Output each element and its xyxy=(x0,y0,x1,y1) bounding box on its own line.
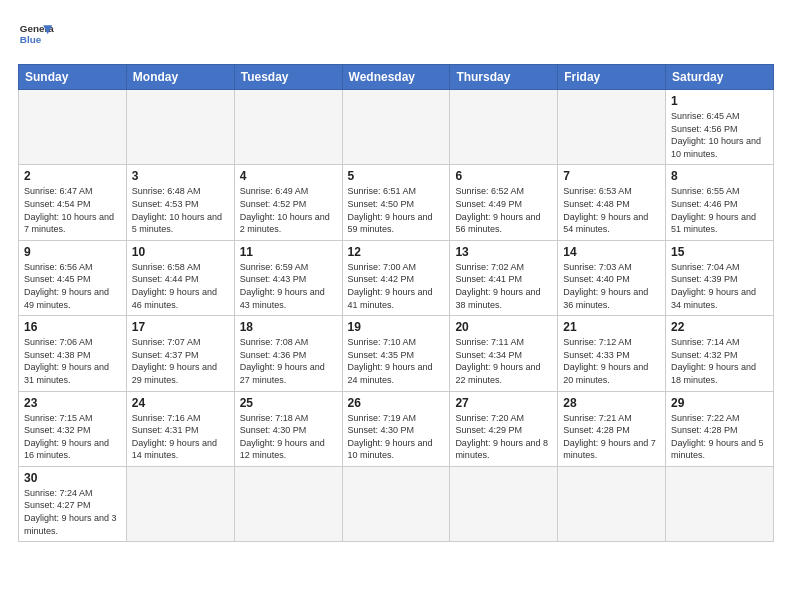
calendar-cell xyxy=(19,90,127,165)
day-info: Sunrise: 7:12 AM Sunset: 4:33 PM Dayligh… xyxy=(563,336,660,386)
calendar-week-row: 23Sunrise: 7:15 AM Sunset: 4:32 PM Dayli… xyxy=(19,391,774,466)
weekday-header-tuesday: Tuesday xyxy=(234,65,342,90)
calendar-body: 1Sunrise: 6:45 AM Sunset: 4:56 PM Daylig… xyxy=(19,90,774,542)
calendar-cell: 22Sunrise: 7:14 AM Sunset: 4:32 PM Dayli… xyxy=(666,316,774,391)
day-info: Sunrise: 6:45 AM Sunset: 4:56 PM Dayligh… xyxy=(671,110,768,160)
day-number: 22 xyxy=(671,320,768,334)
calendar-cell: 8Sunrise: 6:55 AM Sunset: 4:46 PM Daylig… xyxy=(666,165,774,240)
weekday-header-thursday: Thursday xyxy=(450,65,558,90)
day-number: 8 xyxy=(671,169,768,183)
calendar-cell xyxy=(450,466,558,541)
calendar-cell: 4Sunrise: 6:49 AM Sunset: 4:52 PM Daylig… xyxy=(234,165,342,240)
calendar-week-row: 16Sunrise: 7:06 AM Sunset: 4:38 PM Dayli… xyxy=(19,316,774,391)
calendar-cell: 25Sunrise: 7:18 AM Sunset: 4:30 PM Dayli… xyxy=(234,391,342,466)
calendar-cell: 30Sunrise: 7:24 AM Sunset: 4:27 PM Dayli… xyxy=(19,466,127,541)
calendar-cell: 28Sunrise: 7:21 AM Sunset: 4:28 PM Dayli… xyxy=(558,391,666,466)
day-number: 23 xyxy=(24,396,121,410)
calendar-week-row: 30Sunrise: 7:24 AM Sunset: 4:27 PM Dayli… xyxy=(19,466,774,541)
day-number: 16 xyxy=(24,320,121,334)
calendar-cell: 21Sunrise: 7:12 AM Sunset: 4:33 PM Dayli… xyxy=(558,316,666,391)
weekday-header-monday: Monday xyxy=(126,65,234,90)
day-number: 13 xyxy=(455,245,552,259)
day-info: Sunrise: 6:59 AM Sunset: 4:43 PM Dayligh… xyxy=(240,261,337,311)
calendar-cell xyxy=(666,466,774,541)
calendar-week-row: 1Sunrise: 6:45 AM Sunset: 4:56 PM Daylig… xyxy=(19,90,774,165)
day-info: Sunrise: 7:20 AM Sunset: 4:29 PM Dayligh… xyxy=(455,412,552,462)
calendar-cell: 23Sunrise: 7:15 AM Sunset: 4:32 PM Dayli… xyxy=(19,391,127,466)
calendar-week-row: 9Sunrise: 6:56 AM Sunset: 4:45 PM Daylig… xyxy=(19,240,774,315)
day-number: 6 xyxy=(455,169,552,183)
day-info: Sunrise: 6:55 AM Sunset: 4:46 PM Dayligh… xyxy=(671,185,768,235)
weekday-header-sunday: Sunday xyxy=(19,65,127,90)
calendar-cell: 12Sunrise: 7:00 AM Sunset: 4:42 PM Dayli… xyxy=(342,240,450,315)
day-info: Sunrise: 7:08 AM Sunset: 4:36 PM Dayligh… xyxy=(240,336,337,386)
calendar-cell: 29Sunrise: 7:22 AM Sunset: 4:28 PM Dayli… xyxy=(666,391,774,466)
day-number: 28 xyxy=(563,396,660,410)
day-info: Sunrise: 7:11 AM Sunset: 4:34 PM Dayligh… xyxy=(455,336,552,386)
calendar-cell: 5Sunrise: 6:51 AM Sunset: 4:50 PM Daylig… xyxy=(342,165,450,240)
day-info: Sunrise: 7:04 AM Sunset: 4:39 PM Dayligh… xyxy=(671,261,768,311)
day-info: Sunrise: 6:49 AM Sunset: 4:52 PM Dayligh… xyxy=(240,185,337,235)
day-info: Sunrise: 6:51 AM Sunset: 4:50 PM Dayligh… xyxy=(348,185,445,235)
day-info: Sunrise: 7:16 AM Sunset: 4:31 PM Dayligh… xyxy=(132,412,229,462)
day-info: Sunrise: 7:00 AM Sunset: 4:42 PM Dayligh… xyxy=(348,261,445,311)
day-info: Sunrise: 7:22 AM Sunset: 4:28 PM Dayligh… xyxy=(671,412,768,462)
day-number: 20 xyxy=(455,320,552,334)
calendar-cell: 10Sunrise: 6:58 AM Sunset: 4:44 PM Dayli… xyxy=(126,240,234,315)
day-info: Sunrise: 7:07 AM Sunset: 4:37 PM Dayligh… xyxy=(132,336,229,386)
day-info: Sunrise: 6:58 AM Sunset: 4:44 PM Dayligh… xyxy=(132,261,229,311)
day-number: 24 xyxy=(132,396,229,410)
header: General Blue xyxy=(18,18,774,54)
day-info: Sunrise: 6:52 AM Sunset: 4:49 PM Dayligh… xyxy=(455,185,552,235)
day-info: Sunrise: 6:56 AM Sunset: 4:45 PM Dayligh… xyxy=(24,261,121,311)
calendar-cell: 6Sunrise: 6:52 AM Sunset: 4:49 PM Daylig… xyxy=(450,165,558,240)
calendar-cell: 27Sunrise: 7:20 AM Sunset: 4:29 PM Dayli… xyxy=(450,391,558,466)
day-number: 29 xyxy=(671,396,768,410)
calendar-cell: 15Sunrise: 7:04 AM Sunset: 4:39 PM Dayli… xyxy=(666,240,774,315)
day-number: 11 xyxy=(240,245,337,259)
day-info: Sunrise: 7:15 AM Sunset: 4:32 PM Dayligh… xyxy=(24,412,121,462)
day-number: 26 xyxy=(348,396,445,410)
day-number: 7 xyxy=(563,169,660,183)
day-number: 19 xyxy=(348,320,445,334)
day-number: 14 xyxy=(563,245,660,259)
day-number: 4 xyxy=(240,169,337,183)
calendar-cell: 19Sunrise: 7:10 AM Sunset: 4:35 PM Dayli… xyxy=(342,316,450,391)
day-info: Sunrise: 7:24 AM Sunset: 4:27 PM Dayligh… xyxy=(24,487,121,537)
generalblue-logo-icon: General Blue xyxy=(18,18,54,54)
calendar-cell: 13Sunrise: 7:02 AM Sunset: 4:41 PM Dayli… xyxy=(450,240,558,315)
calendar-cell: 3Sunrise: 6:48 AM Sunset: 4:53 PM Daylig… xyxy=(126,165,234,240)
day-info: Sunrise: 7:02 AM Sunset: 4:41 PM Dayligh… xyxy=(455,261,552,311)
day-number: 5 xyxy=(348,169,445,183)
weekday-header-saturday: Saturday xyxy=(666,65,774,90)
calendar-cell: 20Sunrise: 7:11 AM Sunset: 4:34 PM Dayli… xyxy=(450,316,558,391)
day-info: Sunrise: 6:47 AM Sunset: 4:54 PM Dayligh… xyxy=(24,185,121,235)
calendar-cell: 24Sunrise: 7:16 AM Sunset: 4:31 PM Dayli… xyxy=(126,391,234,466)
calendar-cell: 1Sunrise: 6:45 AM Sunset: 4:56 PM Daylig… xyxy=(666,90,774,165)
calendar-cell: 11Sunrise: 6:59 AM Sunset: 4:43 PM Dayli… xyxy=(234,240,342,315)
weekday-header-wednesday: Wednesday xyxy=(342,65,450,90)
day-info: Sunrise: 7:10 AM Sunset: 4:35 PM Dayligh… xyxy=(348,336,445,386)
calendar-cell xyxy=(450,90,558,165)
calendar-cell xyxy=(558,466,666,541)
calendar-table: SundayMondayTuesdayWednesdayThursdayFrid… xyxy=(18,64,774,542)
day-number: 3 xyxy=(132,169,229,183)
calendar-cell: 18Sunrise: 7:08 AM Sunset: 4:36 PM Dayli… xyxy=(234,316,342,391)
day-number: 9 xyxy=(24,245,121,259)
day-number: 12 xyxy=(348,245,445,259)
day-info: Sunrise: 7:19 AM Sunset: 4:30 PM Dayligh… xyxy=(348,412,445,462)
calendar-week-row: 2Sunrise: 6:47 AM Sunset: 4:54 PM Daylig… xyxy=(19,165,774,240)
calendar-cell xyxy=(342,90,450,165)
page: General Blue SundayMondayTuesdayWednesda… xyxy=(0,0,792,612)
calendar-cell xyxy=(234,90,342,165)
day-number: 21 xyxy=(563,320,660,334)
calendar-cell xyxy=(342,466,450,541)
day-info: Sunrise: 7:18 AM Sunset: 4:30 PM Dayligh… xyxy=(240,412,337,462)
day-number: 18 xyxy=(240,320,337,334)
day-number: 25 xyxy=(240,396,337,410)
day-number: 15 xyxy=(671,245,768,259)
calendar-cell: 14Sunrise: 7:03 AM Sunset: 4:40 PM Dayli… xyxy=(558,240,666,315)
day-number: 27 xyxy=(455,396,552,410)
calendar-cell: 9Sunrise: 6:56 AM Sunset: 4:45 PM Daylig… xyxy=(19,240,127,315)
calendar-cell: 16Sunrise: 7:06 AM Sunset: 4:38 PM Dayli… xyxy=(19,316,127,391)
